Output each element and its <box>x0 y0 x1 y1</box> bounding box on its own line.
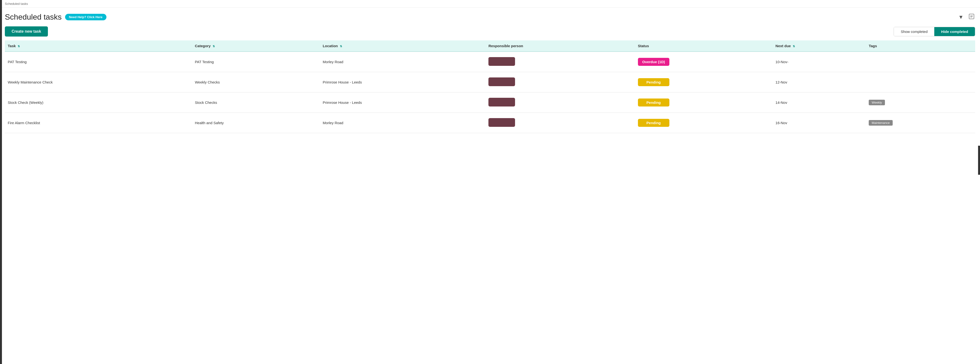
page-title-area: Scheduled tasks Need Help? Click Here <box>5 13 107 22</box>
person-avatar-0 <box>488 57 515 66</box>
page-title: Scheduled tasks <box>5 13 62 22</box>
cell-task-3: Fire Alarm Checklist <box>5 113 192 133</box>
col-tags: Tags <box>866 40 975 51</box>
cell-location-2: Primrose House - Leeds <box>320 93 485 113</box>
person-avatar-2 <box>488 98 515 107</box>
cell-next-due-1: 12-Nov <box>773 72 866 93</box>
cell-person-2 <box>485 93 635 113</box>
col-category[interactable]: Category ⇅ <box>192 40 320 51</box>
col-next-due[interactable]: Next due ⇅ <box>773 40 866 51</box>
cell-category-2: Stock Checks <box>192 93 320 113</box>
tag-badge-2: Weekly <box>869 100 885 105</box>
cell-location-3: Morley Road <box>320 113 485 133</box>
status-badge-2: Pending <box>638 99 670 107</box>
cell-next-due-2: 14-Nov <box>773 93 866 113</box>
cell-next-due-0: 10-Nov- <box>773 51 866 72</box>
cell-status-3: Pending <box>635 113 773 133</box>
person-avatar-1 <box>488 77 515 86</box>
cell-tags-3: Maintenance <box>866 113 975 133</box>
table-header-row: Task ⇅ Category ⇅ Location ⇅ Responsible… <box>5 40 975 51</box>
cell-category-1: Weekly Checks <box>192 72 320 93</box>
cell-category-0: PAT Testing <box>192 51 320 72</box>
hide-completed-button[interactable]: Hide completed <box>934 27 975 36</box>
tasks-table-container: Task ⇅ Category ⇅ Location ⇅ Responsible… <box>0 40 980 133</box>
cell-status-2: Pending <box>635 93 773 113</box>
page-header: Scheduled tasks Need Help? Click Here ▼ <box>0 8 980 24</box>
category-sort-icon: ⇅ <box>213 45 215 48</box>
cell-category-3: Health and Safety <box>192 113 320 133</box>
person-avatar-3 <box>488 118 515 127</box>
breadcrumb: Scheduled tasks <box>0 0 980 8</box>
location-sort-icon: ⇅ <box>340 45 342 48</box>
show-completed-button[interactable]: Show completed <box>894 27 934 36</box>
header-icons: ▼ <box>957 13 975 22</box>
toolbar: Create new task Show completed Hide comp… <box>0 24 980 40</box>
status-badge-0: Overdue (1D) <box>638 58 670 66</box>
cell-person-3 <box>485 113 635 133</box>
cell-tags-1 <box>866 72 975 93</box>
tag-badge-3: Maintenance <box>869 120 892 126</box>
filter-icon: ▼ <box>958 14 964 20</box>
cell-status-1: Pending <box>635 72 773 93</box>
cell-tags-2: Weekly <box>866 93 975 113</box>
status-badge-1: Pending <box>638 78 670 86</box>
col-task[interactable]: Task ⇅ <box>5 40 192 51</box>
cell-task-0: PAT Testing <box>5 51 192 72</box>
create-task-button[interactable]: Create new task <box>5 26 48 37</box>
col-location[interactable]: Location ⇅ <box>320 40 485 51</box>
table-row: Weekly Maintenance Check Weekly Checks P… <box>5 72 975 93</box>
export-button[interactable] <box>968 13 975 22</box>
cell-tags-0 <box>866 51 975 72</box>
table-row: Fire Alarm Checklist Health and Safety M… <box>5 113 975 133</box>
col-status: Status <box>635 40 773 51</box>
cell-location-0: Morley Road <box>320 51 485 72</box>
cell-task-2: Stock Check (Weekly) <box>5 93 192 113</box>
task-sort-icon: ⇅ <box>18 45 20 48</box>
filter-button[interactable]: ▼ <box>957 13 964 21</box>
export-icon <box>969 14 974 20</box>
help-button[interactable]: Need Help? Click Here <box>65 14 107 20</box>
col-person: Responsible person <box>485 40 635 51</box>
left-accent <box>0 0 2 133</box>
tasks-table: Task ⇅ Category ⇅ Location ⇅ Responsible… <box>5 40 975 133</box>
cell-person-0 <box>485 51 635 72</box>
cell-person-1 <box>485 72 635 93</box>
table-row: PAT Testing PAT Testing Morley Road Over… <box>5 51 975 72</box>
cell-task-1: Weekly Maintenance Check <box>5 72 192 93</box>
completed-toggle: Show completed Hide completed <box>894 27 975 36</box>
status-badge-3: Pending <box>638 119 670 127</box>
cell-next-due-3: 16-Nov <box>773 113 866 133</box>
cell-status-0: Overdue (1D) <box>635 51 773 72</box>
cell-location-1: Primrose House - Leeds <box>320 72 485 93</box>
next-due-sort-icon: ⇅ <box>793 45 795 48</box>
table-row: Stock Check (Weekly) Stock Checks Primro… <box>5 93 975 113</box>
